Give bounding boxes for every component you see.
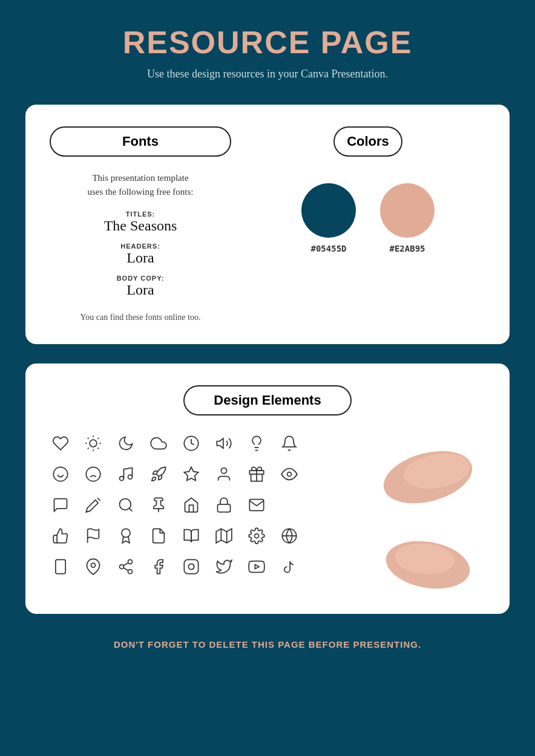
icons-row-3 bbox=[50, 497, 364, 516]
svg-marker-33 bbox=[216, 529, 232, 543]
svg-line-26 bbox=[97, 498, 100, 501]
fonts-intro: This presentation template uses the foll… bbox=[50, 171, 231, 198]
svg-point-42 bbox=[128, 559, 133, 564]
fonts-footer: You can find these fonts online too. bbox=[50, 313, 231, 322]
star-icon bbox=[180, 466, 202, 486]
body-font-item: BODY COPY: Lora bbox=[50, 275, 231, 298]
svg-marker-21 bbox=[184, 467, 198, 480]
design-elements-label: Design Elements bbox=[183, 385, 351, 415]
color-swatch-1: #05455D bbox=[301, 183, 356, 253]
footer-warning: DON'T FORGET TO DELETE THIS PAGE BEFORE … bbox=[114, 639, 421, 650]
svg-rect-39 bbox=[56, 559, 65, 573]
svg-point-44 bbox=[128, 570, 133, 574]
gift-icon bbox=[246, 466, 268, 486]
svg-line-3 bbox=[88, 438, 89, 439]
fonts-section: Fonts This presentation template uses th… bbox=[50, 126, 231, 322]
book-icon bbox=[180, 527, 202, 547]
page-title: RESOURCE PAGE bbox=[123, 24, 413, 60]
swatch-label-1: #05455D bbox=[310, 244, 346, 253]
icons-grid bbox=[50, 435, 364, 592]
decorative-blobs bbox=[376, 435, 485, 592]
fonts-colors-card: Fonts This presentation template uses th… bbox=[25, 105, 510, 344]
map-icon bbox=[213, 527, 235, 547]
clock-icon bbox=[180, 435, 202, 455]
youtube-icon bbox=[246, 558, 268, 578]
icons-row-2 bbox=[50, 466, 364, 486]
svg-line-28 bbox=[129, 508, 132, 511]
colors-section: Colors #05455D #E2AB95 bbox=[251, 126, 485, 322]
lock-icon bbox=[213, 497, 235, 516]
mail-icon bbox=[246, 497, 268, 516]
design-elements-header: Design Elements bbox=[50, 385, 485, 415]
svg-point-0 bbox=[90, 440, 97, 447]
twitter-icon bbox=[213, 558, 235, 578]
chat-icon bbox=[50, 497, 71, 516]
fonts-header: Fonts bbox=[50, 126, 231, 157]
icons-row-1 bbox=[50, 435, 364, 455]
heart-icon bbox=[50, 435, 71, 455]
user-icon bbox=[213, 466, 235, 486]
pencil-icon bbox=[82, 497, 104, 516]
smile-icon bbox=[50, 466, 71, 486]
svg-point-20 bbox=[128, 475, 133, 479]
file-icon bbox=[148, 527, 169, 547]
rocket-icon bbox=[148, 466, 169, 486]
frown-icon bbox=[82, 466, 104, 486]
body-label: BODY COPY: bbox=[50, 275, 231, 282]
svg-rect-47 bbox=[184, 559, 198, 573]
svg-line-45 bbox=[123, 568, 128, 571]
svg-rect-30 bbox=[218, 504, 231, 512]
pin-icon bbox=[148, 497, 169, 516]
titles-label: TITLES: bbox=[50, 210, 231, 218]
swatch-circle-1 bbox=[301, 183, 356, 238]
svg-marker-10 bbox=[217, 438, 223, 448]
swatch-circle-2 bbox=[380, 183, 435, 238]
icons-row-4 bbox=[50, 527, 364, 547]
headers-font-name: Lora bbox=[50, 250, 231, 266]
color-swatches: #05455D #E2AB95 bbox=[301, 183, 435, 253]
megaphone-icon bbox=[213, 435, 235, 455]
svg-line-7 bbox=[88, 448, 89, 449]
svg-point-32 bbox=[122, 529, 130, 537]
color-swatch-2: #E2AB95 bbox=[380, 183, 435, 253]
facebook-icon bbox=[148, 558, 169, 578]
flag-icon bbox=[82, 527, 104, 547]
svg-line-8 bbox=[97, 438, 99, 439]
icons-area bbox=[50, 435, 485, 592]
page-subtitle: Use these design resources in your Canva… bbox=[147, 68, 388, 80]
icons-row-5 bbox=[50, 558, 364, 578]
body-font-name: Lora bbox=[50, 282, 231, 298]
home-icon bbox=[180, 497, 202, 516]
design-elements-card: Design Elements bbox=[25, 363, 510, 614]
music-icon bbox=[115, 466, 137, 486]
award-icon bbox=[115, 527, 137, 547]
location-icon bbox=[82, 558, 104, 578]
svg-point-19 bbox=[120, 477, 124, 481]
svg-point-27 bbox=[120, 499, 131, 510]
svg-line-4 bbox=[97, 448, 99, 449]
svg-point-16 bbox=[86, 467, 100, 481]
tiktok-icon bbox=[278, 558, 300, 578]
moon-icon bbox=[115, 435, 137, 455]
lightbulb-icon bbox=[246, 435, 268, 455]
colors-header: Colors bbox=[333, 126, 402, 157]
headers-font-item: HEADERS: Lora bbox=[50, 243, 231, 266]
svg-point-25 bbox=[287, 472, 292, 477]
cloud-icon bbox=[148, 435, 169, 455]
swatch-label-2: #E2AB95 bbox=[389, 244, 425, 253]
svg-point-13 bbox=[53, 467, 67, 481]
svg-point-22 bbox=[221, 468, 226, 474]
search-icon bbox=[115, 497, 137, 516]
titles-font-item: TITLES: The Seasons bbox=[50, 210, 231, 234]
blob-2 bbox=[376, 532, 479, 592]
bell-icon bbox=[278, 435, 300, 455]
titles-font-name: The Seasons bbox=[50, 218, 231, 234]
svg-point-36 bbox=[255, 534, 259, 538]
globe-icon bbox=[278, 527, 300, 547]
sun-icon bbox=[82, 435, 104, 455]
settings-icon bbox=[246, 527, 268, 547]
blob-1 bbox=[376, 447, 479, 507]
svg-marker-49 bbox=[255, 564, 259, 569]
share-icon bbox=[115, 558, 137, 578]
phone-icon bbox=[50, 558, 71, 578]
